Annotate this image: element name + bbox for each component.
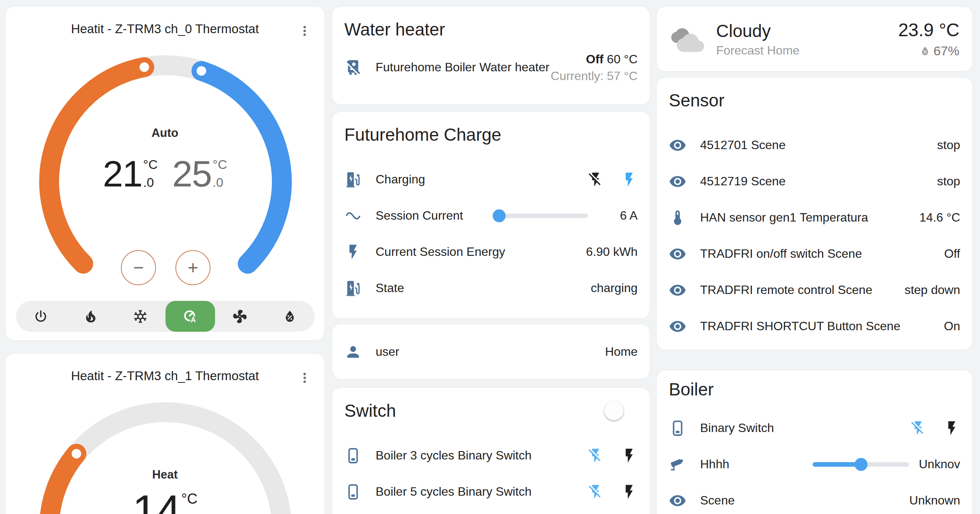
- thermostat-ch0-setpoints: 21 °C .0 25 °C .0: [5, 156, 325, 191]
- sensor-row-tradfri-onoff[interactable]: TRADFRI on/off switch Scene Off: [669, 236, 960, 272]
- weather-condition: Cloudy: [716, 21, 800, 41]
- slider-thumb[interactable]: [493, 209, 506, 222]
- flash-icon: [943, 420, 960, 437]
- dial-high-handle[interactable]: [194, 64, 209, 78]
- sensor-card-title: Sensor: [669, 90, 960, 111]
- binary-switch-row[interactable]: Binary Switch: [669, 410, 960, 446]
- eye-icon: [669, 245, 686, 263]
- entity-name: TRADFRI remote control Scene: [700, 283, 904, 297]
- hhhh-row[interactable]: Hhhh Unknov: [669, 446, 960, 482]
- thermostat-ch0-menu-button[interactable]: [296, 20, 314, 42]
- thermostat-ch1-menu-button[interactable]: [296, 367, 314, 389]
- entity-value: step down: [904, 283, 960, 297]
- dots-vertical-icon: [297, 23, 312, 39]
- flash-off-icon: [587, 171, 604, 188]
- target-temp: 60 °C: [604, 52, 638, 66]
- state-row[interactable]: State charging: [344, 270, 638, 306]
- humidity-icon: [919, 45, 931, 57]
- flash-icon: [621, 483, 638, 500]
- mode-heat-button[interactable]: [66, 301, 116, 332]
- entity-name: TRADFRI SHORTCUT Button Scene: [700, 319, 944, 333]
- weather-card[interactable]: Cloudy Forecast Home 23.9 °C 67%: [656, 6, 973, 72]
- scene-row[interactable]: Scene Unknown: [669, 482, 960, 514]
- mode-off-button[interactable]: [16, 301, 66, 332]
- eye-icon: [669, 281, 686, 299]
- entity-name: Charging: [376, 172, 587, 186]
- boiler-card-title: Boiler: [669, 379, 960, 400]
- toggle-thumb[interactable]: [604, 401, 623, 420]
- entity-name: user: [376, 345, 605, 359]
- dial-handle[interactable]: [69, 447, 84, 461]
- entity-name: 4512719 Scene: [700, 174, 937, 188]
- binary-switch-icon: [669, 419, 686, 437]
- session-energy-row[interactable]: Current Session Energy 6.90 kWh: [344, 234, 638, 270]
- fire-icon: [83, 308, 99, 324]
- thermostat-card-ch0: Heatit - Z-TRM3 ch_0 Thermostat Auto 21 …: [5, 6, 325, 341]
- boiler-card: Boiler Binary Switch Hhhh Unknov: [656, 370, 973, 514]
- entity-name: 4512701 Scene: [700, 138, 937, 152]
- increase-temperature-button[interactable]: +: [175, 250, 210, 285]
- entity-value: charging: [591, 281, 638, 295]
- mode-dry-button[interactable]: [265, 301, 315, 332]
- slider-thumb[interactable]: [855, 458, 868, 471]
- fan-icon: [232, 308, 248, 324]
- entity-value: On: [944, 319, 960, 333]
- sensor-row-tradfri-remote[interactable]: TRADFRI remote control Scene step down: [669, 272, 960, 308]
- boiler-5-cycles-row[interactable]: Boiler 5 cycles Binary Switch: [344, 474, 638, 510]
- mode-fan-button[interactable]: [215, 301, 265, 332]
- sensor-row-4512719[interactable]: 4512719 Scene stop: [669, 163, 960, 199]
- sensor-row-tradfri-shortcut[interactable]: TRADFRI SHORTCUT Button Scene On: [669, 308, 960, 344]
- setpoint-high: 25 °C .0: [172, 156, 227, 191]
- session-current-slider[interactable]: [493, 209, 588, 223]
- thermostat-card-ch1: Heatit - Z-TRM3 ch_1 Thermostat Heat 14 …: [5, 353, 325, 514]
- weather-subtitle: Forecast Home: [716, 43, 800, 58]
- mode-auto-button[interactable]: [165, 301, 215, 332]
- flash-off-icon: [587, 447, 604, 464]
- switch-card-toggle[interactable]: [606, 403, 638, 418]
- flash-off-icon: [587, 483, 604, 500]
- charge-card-title: Futurehome Charge: [344, 124, 638, 145]
- eye-icon: [669, 492, 686, 509]
- entity-name: Scene: [700, 493, 909, 508]
- eye-icon: [669, 318, 686, 335]
- water-percent-icon: [282, 308, 298, 324]
- boiler-3-cycles-row[interactable]: Boiler 3 cycles Binary Switch: [344, 437, 638, 474]
- current-temp: Currently: 57 °C: [551, 67, 638, 84]
- entity-value: Off: [944, 247, 960, 261]
- decrease-temperature-button[interactable]: −: [121, 250, 156, 285]
- entity-name: Current Session Energy: [376, 245, 586, 259]
- weather-humidity: 67%: [933, 43, 959, 58]
- hhhh-slider[interactable]: [813, 457, 909, 472]
- setpoint-high-value: 25: [172, 156, 212, 191]
- session-current-row[interactable]: Session Current 6 A: [344, 198, 638, 234]
- flash-icon: [621, 447, 638, 464]
- binary-switch-icon: [344, 447, 362, 464]
- power-icon: [33, 308, 49, 324]
- mode-cool-button[interactable]: [116, 301, 165, 332]
- dots-vertical-icon: [297, 370, 312, 386]
- setpoint-low-unit: °C: [143, 157, 157, 172]
- entity-name: State: [376, 281, 591, 295]
- switch-card-title: Switch: [344, 400, 606, 421]
- eye-icon: [669, 173, 686, 190]
- flash-icon: [621, 171, 638, 188]
- flash-off-icon: [910, 420, 927, 437]
- thermostat-ch1-setpoint: 14 °C: [5, 490, 325, 514]
- water-heater-row[interactable]: Futurehome Boiler Water heater Off 60 °C…: [344, 49, 638, 85]
- dashboard: Heatit - Z-TRM3 ch_0 Thermostat Auto 21 …: [0, 0, 980, 514]
- dial-low-handle[interactable]: [137, 60, 151, 74]
- setpoint-high-decimal: .0: [212, 175, 227, 190]
- binary-switch-icon: [344, 483, 362, 501]
- entity-value: 14.6 °C: [919, 210, 960, 225]
- sensor-row-han-temperature[interactable]: HAN sensor gen1 Temperatura 14.6 °C: [669, 199, 960, 236]
- user-row[interactable]: user Home: [344, 334, 638, 370]
- eye-icon: [669, 137, 686, 154]
- setpoint-high-unit: °C: [212, 157, 227, 172]
- thermostat-auto-icon: [182, 308, 198, 324]
- sensor-row-4512701[interactable]: 4512701 Scene stop: [669, 127, 960, 163]
- charging-row[interactable]: Charging: [344, 161, 638, 198]
- entity-name: Hhhh: [700, 457, 813, 471]
- entity-name: Boiler 3 cycles Binary Switch: [376, 448, 587, 463]
- thermostat-ch0-mode-label: Auto: [5, 126, 325, 140]
- hvac-mode-row: [16, 301, 315, 332]
